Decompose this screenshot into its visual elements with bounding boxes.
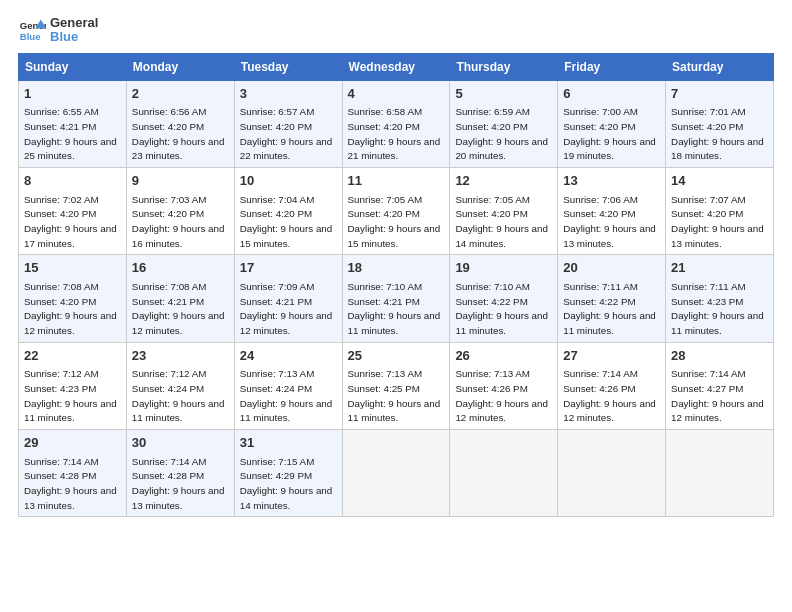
day-cell: 5 Sunrise: 6:59 AMSunset: 4:20 PMDayligh… [450,80,558,167]
day-detail: Sunrise: 7:08 AMSunset: 4:20 PMDaylight:… [24,281,117,336]
day-number: 5 [455,85,552,103]
day-number: 11 [348,172,445,190]
day-detail: Sunrise: 6:56 AMSunset: 4:20 PMDaylight:… [132,106,225,161]
day-number: 25 [348,347,445,365]
day-detail: Sunrise: 7:14 AMSunset: 4:26 PMDaylight:… [563,368,656,423]
day-detail: Sunrise: 7:01 AMSunset: 4:20 PMDaylight:… [671,106,764,161]
day-detail: Sunrise: 6:59 AMSunset: 4:20 PMDaylight:… [455,106,548,161]
day-number: 1 [24,85,121,103]
day-cell: 27 Sunrise: 7:14 AMSunset: 4:26 PMDaylig… [558,342,666,429]
day-cell: 29 Sunrise: 7:14 AMSunset: 4:28 PMDaylig… [19,430,127,517]
day-detail: Sunrise: 6:57 AMSunset: 4:20 PMDaylight:… [240,106,333,161]
day-number: 10 [240,172,337,190]
day-number: 26 [455,347,552,365]
day-cell: 8 Sunrise: 7:02 AMSunset: 4:20 PMDayligh… [19,167,127,254]
day-cell: 18 Sunrise: 7:10 AMSunset: 4:21 PMDaylig… [342,255,450,342]
day-detail: Sunrise: 7:10 AMSunset: 4:22 PMDaylight:… [455,281,548,336]
col-header-friday: Friday [558,53,666,80]
day-cell [558,430,666,517]
day-cell: 19 Sunrise: 7:10 AMSunset: 4:22 PMDaylig… [450,255,558,342]
day-number: 12 [455,172,552,190]
day-number: 7 [671,85,768,103]
day-number: 6 [563,85,660,103]
day-cell: 17 Sunrise: 7:09 AMSunset: 4:21 PMDaylig… [234,255,342,342]
day-number: 16 [132,259,229,277]
day-number: 3 [240,85,337,103]
day-cell: 21 Sunrise: 7:11 AMSunset: 4:23 PMDaylig… [666,255,774,342]
header: General Blue General Blue [18,16,774,45]
day-cell: 24 Sunrise: 7:13 AMSunset: 4:24 PMDaylig… [234,342,342,429]
day-cell [342,430,450,517]
week-row-2: 8 Sunrise: 7:02 AMSunset: 4:20 PMDayligh… [19,167,774,254]
day-header-row: SundayMondayTuesdayWednesdayThursdayFrid… [19,53,774,80]
week-row-4: 22 Sunrise: 7:12 AMSunset: 4:23 PMDaylig… [19,342,774,429]
day-cell: 6 Sunrise: 7:00 AMSunset: 4:20 PMDayligh… [558,80,666,167]
day-number: 13 [563,172,660,190]
logo-icon: General Blue [18,16,46,44]
col-header-wednesday: Wednesday [342,53,450,80]
day-detail: Sunrise: 7:14 AMSunset: 4:28 PMDaylight:… [24,456,117,511]
day-cell: 13 Sunrise: 7:06 AMSunset: 4:20 PMDaylig… [558,167,666,254]
day-detail: Sunrise: 7:14 AMSunset: 4:28 PMDaylight:… [132,456,225,511]
svg-text:Blue: Blue [20,31,41,42]
logo: General Blue General Blue [18,16,98,45]
day-number: 22 [24,347,121,365]
week-row-5: 29 Sunrise: 7:14 AMSunset: 4:28 PMDaylig… [19,430,774,517]
day-detail: Sunrise: 7:08 AMSunset: 4:21 PMDaylight:… [132,281,225,336]
col-header-tuesday: Tuesday [234,53,342,80]
day-number: 14 [671,172,768,190]
day-detail: Sunrise: 7:05 AMSunset: 4:20 PMDaylight:… [455,194,548,249]
day-detail: Sunrise: 7:06 AMSunset: 4:20 PMDaylight:… [563,194,656,249]
day-cell: 30 Sunrise: 7:14 AMSunset: 4:28 PMDaylig… [126,430,234,517]
day-detail: Sunrise: 7:02 AMSunset: 4:20 PMDaylight:… [24,194,117,249]
day-detail: Sunrise: 7:11 AMSunset: 4:23 PMDaylight:… [671,281,764,336]
day-number: 8 [24,172,121,190]
day-detail: Sunrise: 7:07 AMSunset: 4:20 PMDaylight:… [671,194,764,249]
week-row-1: 1 Sunrise: 6:55 AMSunset: 4:21 PMDayligh… [19,80,774,167]
day-number: 23 [132,347,229,365]
day-detail: Sunrise: 7:12 AMSunset: 4:24 PMDaylight:… [132,368,225,423]
day-number: 20 [563,259,660,277]
day-detail: Sunrise: 7:13 AMSunset: 4:24 PMDaylight:… [240,368,333,423]
day-cell: 15 Sunrise: 7:08 AMSunset: 4:20 PMDaylig… [19,255,127,342]
day-number: 2 [132,85,229,103]
logo-blue: Blue [50,30,98,44]
col-header-monday: Monday [126,53,234,80]
day-number: 4 [348,85,445,103]
day-detail: Sunrise: 7:00 AMSunset: 4:20 PMDaylight:… [563,106,656,161]
day-cell: 12 Sunrise: 7:05 AMSunset: 4:20 PMDaylig… [450,167,558,254]
day-detail: Sunrise: 6:55 AMSunset: 4:21 PMDaylight:… [24,106,117,161]
col-header-saturday: Saturday [666,53,774,80]
day-number: 27 [563,347,660,365]
day-detail: Sunrise: 6:58 AMSunset: 4:20 PMDaylight:… [348,106,441,161]
day-cell: 11 Sunrise: 7:05 AMSunset: 4:20 PMDaylig… [342,167,450,254]
day-cell: 23 Sunrise: 7:12 AMSunset: 4:24 PMDaylig… [126,342,234,429]
day-detail: Sunrise: 7:10 AMSunset: 4:21 PMDaylight:… [348,281,441,336]
day-number: 21 [671,259,768,277]
calendar-page: General Blue General Blue SundayMondayTu… [0,0,792,527]
day-detail: Sunrise: 7:15 AMSunset: 4:29 PMDaylight:… [240,456,333,511]
day-number: 30 [132,434,229,452]
col-header-sunday: Sunday [19,53,127,80]
day-cell: 25 Sunrise: 7:13 AMSunset: 4:25 PMDaylig… [342,342,450,429]
day-number: 29 [24,434,121,452]
day-number: 24 [240,347,337,365]
day-cell: 7 Sunrise: 7:01 AMSunset: 4:20 PMDayligh… [666,80,774,167]
day-cell: 9 Sunrise: 7:03 AMSunset: 4:20 PMDayligh… [126,167,234,254]
day-cell: 26 Sunrise: 7:13 AMSunset: 4:26 PMDaylig… [450,342,558,429]
day-cell: 28 Sunrise: 7:14 AMSunset: 4:27 PMDaylig… [666,342,774,429]
day-detail: Sunrise: 7:09 AMSunset: 4:21 PMDaylight:… [240,281,333,336]
day-number: 28 [671,347,768,365]
day-detail: Sunrise: 7:13 AMSunset: 4:25 PMDaylight:… [348,368,441,423]
day-detail: Sunrise: 7:13 AMSunset: 4:26 PMDaylight:… [455,368,548,423]
day-cell [666,430,774,517]
day-number: 15 [24,259,121,277]
day-cell: 10 Sunrise: 7:04 AMSunset: 4:20 PMDaylig… [234,167,342,254]
day-cell: 31 Sunrise: 7:15 AMSunset: 4:29 PMDaylig… [234,430,342,517]
day-cell: 14 Sunrise: 7:07 AMSunset: 4:20 PMDaylig… [666,167,774,254]
day-detail: Sunrise: 7:14 AMSunset: 4:27 PMDaylight:… [671,368,764,423]
day-cell: 3 Sunrise: 6:57 AMSunset: 4:20 PMDayligh… [234,80,342,167]
calendar-table: SundayMondayTuesdayWednesdayThursdayFrid… [18,53,774,518]
day-cell: 4 Sunrise: 6:58 AMSunset: 4:20 PMDayligh… [342,80,450,167]
logo-general: General [50,16,98,30]
